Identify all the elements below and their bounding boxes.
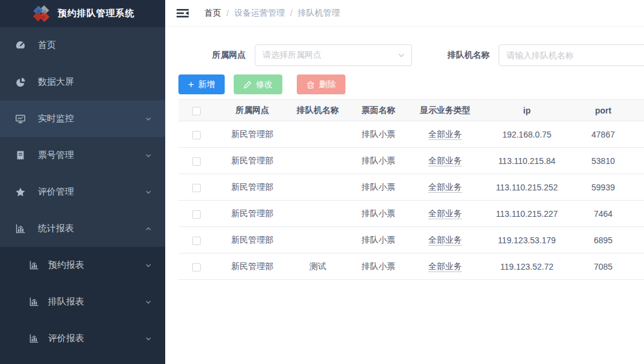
col-header-biz: 显示业务类型 (412, 100, 479, 121)
cell-empty (631, 148, 644, 174)
cell-port: 47867 (575, 121, 631, 148)
select-all-cell (178, 100, 214, 121)
sidebar-item-label: 数据大屏 (38, 76, 152, 88)
add-button-label: 新增 (198, 79, 215, 90)
col-header-port: port (575, 100, 631, 121)
breadcrumb-separator: / (226, 8, 229, 18)
cell-ticket-name: 排队小票 (345, 201, 412, 227)
chevron-up-icon (145, 225, 152, 232)
add-button[interactable]: + 新增 (178, 74, 225, 94)
row-select-cell (178, 201, 214, 227)
cell-business-type: 全部业务 (412, 148, 479, 174)
cell-ticket-name: 排队小票 (345, 174, 412, 201)
site-filter: 所属网点 请选择所属网点 (212, 44, 412, 66)
cell-ticket-name: 排队小票 (345, 121, 412, 148)
row-checkbox[interactable] (192, 131, 201, 139)
table-row: 新民管理部 排队小票 全部业务 113.110.215.252 59939 (178, 174, 644, 201)
row-select-cell (178, 148, 214, 174)
row-checkbox[interactable] (192, 157, 201, 166)
dashboard-icon (15, 40, 26, 51)
filter-bar: 所属网点 请选择所属网点 排队机名称 (165, 44, 644, 66)
sidebar-item-statistics[interactable]: 统计报表 (0, 210, 165, 247)
chevron-down-icon (145, 152, 152, 159)
row-select-cell (178, 253, 214, 280)
row-checkbox[interactable] (192, 184, 201, 192)
site-select[interactable]: 请选择所属网点 (255, 44, 412, 66)
table-row: 新民管理部 排队小票 全部业务 192.168.0.75 47867 (178, 121, 644, 148)
queue-machine-table: 所属网点 排队机名称 票面名称 显示业务类型 ip port 新民管理部 排队小… (178, 99, 644, 280)
app-title: 预约排队管理系统 (58, 8, 135, 19)
cell-empty (631, 253, 644, 280)
sidebar-item-label: 实时监控 (38, 113, 145, 124)
bar-chart-icon (28, 297, 39, 307)
trash-icon (306, 80, 315, 89)
row-checkbox[interactable] (192, 237, 201, 245)
sidebar-item-label: 预约报表 (48, 259, 145, 271)
cell-ip: 113.110.215.84 (479, 148, 575, 174)
pencil-icon (243, 80, 252, 89)
toolbar: + 新增 修改 删除 (178, 74, 644, 94)
chevron-down-icon (145, 189, 152, 196)
sidebar-item-label: 统计报表 (38, 223, 145, 234)
chevron-down-icon (145, 115, 152, 123)
row-select-cell (178, 121, 214, 148)
cell-machine-name (290, 148, 345, 174)
sidebar-menu: 首页 数据大屏 实时监控 票号管理 (0, 27, 165, 364)
chevron-down-icon (145, 262, 152, 269)
col-header-machine: 排队机名称 (290, 100, 345, 121)
chevron-down-icon (145, 299, 152, 306)
cell-business-type: 全部业务 (412, 201, 479, 227)
col-header-empty (631, 100, 644, 121)
collapse-menu-icon[interactable] (176, 7, 189, 19)
breadcrumb-home[interactable]: 首页 (204, 8, 221, 19)
cell-empty (631, 227, 644, 253)
statistics-submenu: 预约报表 排队报表 评价报表 (0, 247, 165, 364)
col-header-ip: ip (479, 100, 575, 121)
machine-name-input[interactable] (499, 44, 644, 66)
sidebar-item-ticket-mgmt[interactable]: 票号管理 (0, 137, 165, 174)
sidebar-item-home[interactable]: 首页 (0, 27, 165, 64)
row-select-cell (178, 227, 214, 253)
row-checkbox[interactable] (192, 210, 201, 219)
col-header-ticket: 票面名称 (345, 100, 412, 121)
cell-ip: 119.123.53.179 (479, 227, 575, 253)
cell-port: 7085 (575, 253, 631, 280)
cell-site: 新民管理部 (214, 148, 290, 174)
edit-button[interactable]: 修改 (234, 74, 282, 94)
table-row: 新民管理部 排队小票 全部业务 113.110.215.227 7464 (178, 201, 644, 227)
delete-button[interactable]: 删除 (297, 74, 345, 94)
cell-ticket-name: 排队小票 (345, 227, 412, 253)
sidebar-item-appointment-report[interactable]: 预约报表 (0, 247, 165, 284)
cell-machine-name: 测试 (290, 253, 345, 280)
cell-business-type: 全部业务 (412, 253, 479, 280)
cell-empty (631, 121, 644, 148)
bar-chart-icon (28, 333, 39, 344)
breadcrumb-device-ops[interactable]: 设备运营管理 (234, 8, 285, 19)
sidebar-item-realtime-monitor[interactable]: 实时监控 (0, 100, 165, 137)
table-row: 新民管理部 排队小票 全部业务 113.110.215.84 53810 (178, 148, 644, 174)
machine-name-label: 排队机名称 (448, 50, 490, 61)
cell-site: 新民管理部 (214, 227, 290, 253)
bar-chart-icon (15, 223, 26, 234)
cell-business-type: 全部业务 (412, 121, 479, 148)
breadcrumb: 首页 / 设备运营管理 / 排队机管理 (204, 8, 340, 19)
cell-site: 新民管理部 (214, 253, 290, 280)
sidebar-item-data-screen[interactable]: 数据大屏 (0, 64, 165, 100)
sidebar-item-review-mgmt[interactable]: 评价管理 (0, 174, 165, 210)
sidebar-item-queue-report[interactable]: 排队报表 (0, 284, 165, 320)
select-all-checkbox[interactable] (192, 107, 201, 115)
sidebar-item-label: 评价报表 (48, 333, 145, 344)
cell-site: 新民管理部 (214, 174, 290, 201)
breadcrumb-queue-machine: 排队机管理 (298, 8, 340, 19)
cell-ip: 113.110.215.227 (479, 201, 575, 227)
cell-port: 53810 (575, 148, 631, 174)
data-screen-icon (15, 77, 26, 88)
table-row: 新民管理部 排队小票 全部业务 119.123.53.179 6895 (178, 227, 644, 253)
row-checkbox[interactable] (192, 263, 201, 271)
delete-button-label: 删除 (319, 79, 336, 90)
sidebar-item-review-report[interactable]: 评价报表 (0, 320, 165, 357)
cell-machine-name (290, 201, 345, 227)
site-select-placeholder: 请选择所属网点 (263, 50, 397, 61)
row-select-cell (178, 174, 214, 201)
cell-ticket-name: 排队小票 (345, 148, 412, 174)
